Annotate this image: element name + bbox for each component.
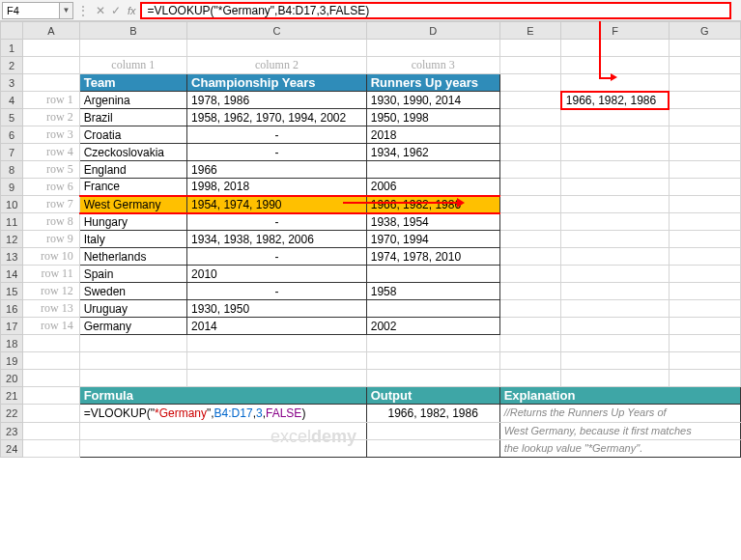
name-box-dropdown[interactable]: ▼ bbox=[60, 2, 73, 19]
name-box[interactable]: F4 bbox=[2, 2, 60, 19]
arrow-head-right-result bbox=[611, 73, 617, 81]
highlighted-match-row: 10row 7West Germany1954, 1974, 19901966,… bbox=[1, 196, 741, 213]
arrow-head-row bbox=[457, 198, 465, 208]
explain-header-explanation: Explanation bbox=[499, 387, 740, 405]
row-head: 1 bbox=[1, 40, 23, 57]
explain-text-2: West Germany, because it first matches bbox=[499, 423, 740, 440]
confirm-icon[interactable]: ✓ bbox=[111, 4, 121, 17]
header-champ: Championship Years bbox=[187, 74, 367, 92]
explain-header-formula: Formula bbox=[79, 387, 366, 405]
arrow-vertical bbox=[599, 21, 601, 77]
explain-text-1: //Returns the Runners Up Years of bbox=[499, 405, 740, 423]
header-runners: Runners Up years bbox=[366, 74, 499, 92]
formula-bar[interactable]: =VLOOKUP("*Germany",B4:D17,3,FALSE) bbox=[140, 2, 731, 19]
explain-output-cell[interactable]: 1966, 1982, 1986 bbox=[366, 405, 499, 423]
spreadsheet-grid[interactable]: A B C D E F G 1 2column 1column 2column … bbox=[0, 21, 741, 458]
data-cell[interactable]: Argenina bbox=[79, 92, 186, 109]
column-headers: A B C D E F G bbox=[1, 22, 741, 40]
col-label-2: column 2 bbox=[187, 57, 367, 74]
row-label: row 1 bbox=[23, 92, 79, 109]
explain-text-3: the lookup value "*Germany". bbox=[499, 440, 740, 458]
col-label-1: column 1 bbox=[79, 57, 186, 74]
explain-formula-cell[interactable]: =VLOOKUP("*Germany",B4:D17,3,FALSE) bbox=[79, 405, 366, 423]
explain-header-output: Output bbox=[366, 387, 499, 405]
col-label-3: column 3 bbox=[366, 57, 499, 74]
fx-icon[interactable]: fx bbox=[128, 5, 136, 16]
formula-toolbar: F4 ▼ ⋮ ✕ ✓ fx =VLOOKUP("*Germany",B4:D17… bbox=[0, 0, 741, 21]
result-cell-f4[interactable]: 1966, 1982, 1986 bbox=[561, 92, 669, 109]
cancel-icon[interactable]: ✕ bbox=[96, 4, 105, 17]
arrow-row-indicator bbox=[343, 202, 459, 204]
header-team: Team bbox=[79, 74, 186, 92]
toolbar-sep: ⋮ bbox=[73, 4, 93, 17]
